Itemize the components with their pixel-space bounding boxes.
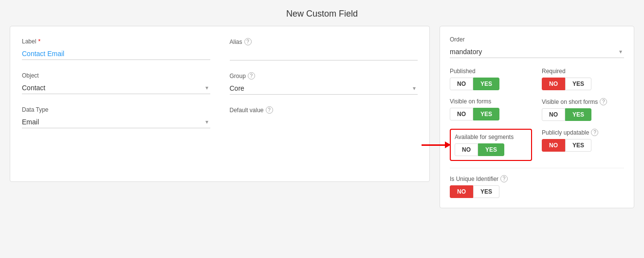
visible-short-forms-label: Visible on short forms ? [542,98,624,105]
unique-identifier-toggles: NO YES [450,185,508,198]
visible-forms-yes-btn[interactable]: YES [473,108,499,120]
available-segments-group: Available for segments NO YES [450,129,532,161]
group-group: Group ? Core Social Professional ▾ [230,72,418,95]
available-segments-yes-btn[interactable]: YES [478,143,504,156]
required-star: * [38,38,40,45]
arrow-line [422,144,445,146]
order-select-wrapper: mandatory optional ▾ [450,46,624,58]
group-help-icon[interactable]: ? [248,72,255,79]
visible-forms-group: Visible on forms NO YES [450,98,532,121]
publicly-updatable-help-icon[interactable]: ? [591,129,598,136]
visible-forms-label: Visible on forms [450,98,532,105]
available-segments-label: Available for segments [455,134,527,140]
form-row-1: Label * Alias ? [22,38,418,60]
object-field-label: Object [22,72,210,79]
data-type-group: Data Type Email Text Number Date ▾ [22,106,210,128]
publicly-updatable-yes-btn[interactable]: YES [565,139,591,152]
unique-identifier-no-btn[interactable]: NO [450,185,473,198]
left-panel: Label * Alias ? Object [10,26,430,182]
visible-forms-toggles: NO YES [450,108,532,120]
group-select-wrapper: Core Social Professional ▾ [230,82,418,95]
label-group: Label * [22,38,210,60]
published-toggles: NO YES [450,78,532,90]
visible-short-forms-yes-btn[interactable]: YES [565,108,591,121]
toggle-grid: Published NO YES Required NO YES [450,68,624,161]
visible-short-forms-no-btn[interactable]: NO [542,108,565,121]
default-value-label: Default value ? [230,106,418,114]
alias-input[interactable] [230,48,418,60]
unique-identifier-label: Is Unique Identifier ? [450,175,508,182]
right-panel: Order mandatory optional ▾ Published NO [440,26,634,208]
publicly-updatable-toggles: NO YES [542,139,624,152]
data-type-select[interactable]: Email Text Number Date [22,116,210,128]
unique-identifier-group: Is Unique Identifier ? NO YES [450,175,508,198]
default-value-group: Default value ? [230,106,418,128]
order-label: Order [450,36,624,43]
object-select[interactable]: Contact Lead Company [22,82,210,94]
unique-identifier-yes-btn[interactable]: YES [473,185,499,198]
object-select-wrapper: Contact Lead Company ▾ [22,82,210,94]
available-segments-toggles: NO YES [455,143,527,156]
label-field-label: Label * [22,38,210,45]
published-yes-btn[interactable]: YES [473,78,499,90]
required-toggles: NO YES [542,78,624,90]
form-row-2: Object Contact Lead Company ▾ Group [22,72,418,95]
alias-help-icon[interactable]: ? [244,38,252,45]
default-value-help-icon[interactable]: ? [266,106,273,114]
group-select[interactable]: Core Social Professional [230,82,418,94]
alias-field-label: Alias ? [230,38,418,45]
visible-forms-no-btn[interactable]: NO [450,108,473,120]
publicly-updatable-group: Publicly updatable ? NO YES [542,129,624,161]
page-container: New Custom Field Label * Alias ? [0,0,644,208]
visible-short-forms-group: Visible on short forms ? NO YES [542,98,624,121]
published-label: Published [450,68,532,75]
order-select[interactable]: mandatory optional [450,46,624,58]
unique-identifier-help-icon[interactable]: ? [500,175,508,182]
form-row-3: Data Type Email Text Number Date ▾ [22,106,418,128]
visible-short-forms-help-icon[interactable]: ? [600,98,607,105]
publicly-updatable-no-btn[interactable]: NO [542,139,565,152]
separator [450,168,624,168]
data-type-select-wrapper: Email Text Number Date ▾ [22,116,210,128]
object-group: Object Contact Lead Company ▾ [22,72,210,95]
visible-short-forms-toggles: NO YES [542,108,624,121]
published-group: Published NO YES [450,68,532,90]
alias-group: Alias ? [230,38,418,60]
main-layout: Label * Alias ? Object [0,26,644,208]
arrow-head [445,141,451,148]
page-title: New Custom Field [0,0,644,26]
required-group: Required NO YES [542,68,624,90]
required-yes-btn[interactable]: YES [565,78,591,90]
published-no-btn[interactable]: NO [450,78,473,90]
order-section: Order mandatory optional ▾ [450,36,624,58]
required-label: Required [542,68,624,75]
data-type-label: Data Type [22,106,210,113]
group-field-label: Group ? [230,72,418,79]
required-no-btn[interactable]: NO [542,78,565,90]
label-input[interactable] [22,48,210,60]
available-segments-no-btn[interactable]: NO [455,143,478,156]
publicly-updatable-label: Publicly updatable ? [542,129,624,136]
red-arrow-annotation [422,141,451,148]
